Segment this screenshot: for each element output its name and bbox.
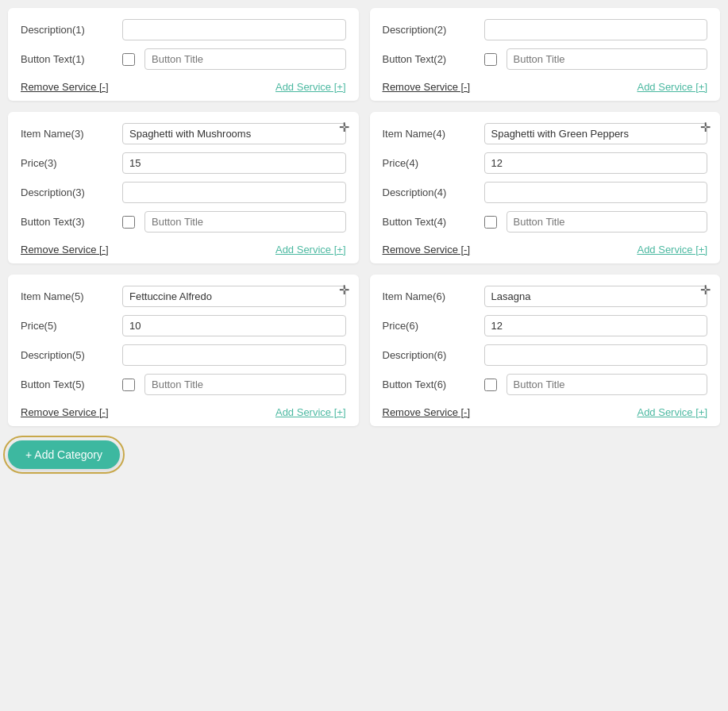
- item-name-input-4[interactable]: [484, 123, 708, 144]
- price-row-5: Price(5): [21, 315, 346, 336]
- drag-handle-4[interactable]: ✛: [700, 120, 711, 135]
- card-actions-3: Remove Service [-] Add Service [+]: [21, 240, 346, 256]
- item-name-row-6: Item Name(6): [383, 286, 708, 307]
- description-input-3[interactable]: [122, 182, 346, 203]
- button-text-row-4: Button Text(4): [383, 211, 708, 233]
- add-category-section: + Add Category: [8, 437, 720, 477]
- price-input-5[interactable]: [122, 315, 346, 336]
- description-label-5: Description(5): [21, 349, 116, 361]
- remove-service-button-2[interactable]: Remove Service [-]: [383, 81, 471, 93]
- price-label-5: Price(5): [21, 320, 116, 332]
- add-service-button-1[interactable]: Add Service [+]: [275, 81, 346, 93]
- button-title-input-2[interactable]: [507, 48, 708, 70]
- button-title-input-1[interactable]: [144, 48, 346, 70]
- button-text-label-5: Button Text(5): [21, 379, 116, 390]
- service-card-6: ✛ Item Name(6) Price(6) Description(6) B…: [370, 275, 721, 426]
- description-label-4: Description(4): [383, 186, 478, 198]
- top-cards-section: Description(1) Button Text(1) Remove Ser…: [8, 8, 720, 101]
- description-row-2: Description(2): [383, 19, 708, 40]
- card-actions-2: Remove Service [-] Add Service [+]: [383, 78, 708, 93]
- item-name-label-6: Item Name(6): [383, 290, 478, 302]
- item-name-input-5[interactable]: [122, 286, 346, 307]
- add-service-button-5[interactable]: Add Service [+]: [275, 406, 346, 418]
- remove-service-button-6[interactable]: Remove Service [-]: [383, 406, 471, 418]
- add-service-button-3[interactable]: Add Service [+]: [275, 244, 346, 256]
- service-card-3: ✛ Item Name(3) Price(3) Description(3) B…: [8, 112, 359, 263]
- button-text-label-1: Button Text(1): [21, 53, 116, 65]
- service-card-2: Description(2) Button Text(2) Remove Ser…: [370, 8, 721, 101]
- add-service-button-2[interactable]: Add Service [+]: [637, 81, 707, 93]
- bottom-cards-section: ✛ Item Name(5) Price(5) Description(5) B…: [8, 275, 720, 426]
- description-label-6: Description(6): [383, 349, 478, 361]
- button-text-row-6: Button Text(6): [383, 374, 708, 395]
- add-category-button[interactable]: + Add Category: [8, 440, 120, 469]
- price-label-6: Price(6): [383, 320, 478, 332]
- description-row-6: Description(6): [383, 344, 708, 366]
- add-service-button-6[interactable]: Add Service [+]: [637, 406, 707, 418]
- button-title-input-3[interactable]: [144, 211, 346, 233]
- description-label-1: Description(1): [21, 24, 116, 36]
- button-text-label-6: Button Text(6): [383, 379, 478, 390]
- remove-service-button-3[interactable]: Remove Service [-]: [21, 244, 109, 256]
- button-checkbox-5[interactable]: [122, 379, 135, 391]
- card-actions-4: Remove Service [-] Add Service [+]: [383, 240, 708, 256]
- price-input-4[interactable]: [484, 152, 708, 174]
- service-card-5: ✛ Item Name(5) Price(5) Description(5) B…: [8, 275, 359, 426]
- drag-handle-5[interactable]: ✛: [339, 282, 349, 298]
- service-card-4: ✛ Item Name(4) Price(4) Description(4) B…: [370, 112, 721, 263]
- service-card-1: Description(1) Button Text(1) Remove Ser…: [8, 8, 359, 101]
- button-text-row-2: Button Text(2): [383, 48, 708, 70]
- description-row-5: Description(5): [21, 344, 346, 366]
- item-name-input-6[interactable]: [484, 286, 708, 307]
- description-label-2: Description(2): [383, 24, 478, 36]
- button-text-row-1: Button Text(1): [21, 48, 346, 70]
- add-service-button-4[interactable]: Add Service [+]: [637, 244, 707, 256]
- description-input-1[interactable]: [122, 19, 346, 40]
- button-checkbox-4[interactable]: [484, 216, 497, 229]
- button-title-input-5[interactable]: [144, 374, 346, 395]
- item-name-label-4: Item Name(4): [383, 128, 478, 140]
- description-input-6[interactable]: [484, 344, 708, 366]
- description-input-4[interactable]: [484, 182, 708, 203]
- description-row-3: Description(3): [21, 182, 346, 203]
- card-actions-1: Remove Service [-] Add Service [+]: [21, 78, 346, 93]
- price-row-4: Price(4): [383, 152, 708, 174]
- remove-service-button-4[interactable]: Remove Service [-]: [383, 244, 471, 256]
- card-actions-5: Remove Service [-] Add Service [+]: [21, 403, 346, 418]
- button-text-label-3: Button Text(3): [21, 216, 116, 228]
- description-input-2[interactable]: [484, 19, 708, 40]
- item-name-input-3[interactable]: [122, 123, 346, 144]
- button-checkbox-6[interactable]: [484, 379, 497, 391]
- price-label-3: Price(3): [21, 157, 116, 169]
- button-text-label-4: Button Text(4): [383, 216, 478, 228]
- button-text-row-5: Button Text(5): [21, 374, 346, 395]
- button-title-input-4[interactable]: [507, 211, 708, 233]
- middle-cards-section: ✛ Item Name(3) Price(3) Description(3) B…: [8, 112, 720, 263]
- price-row-3: Price(3): [21, 152, 346, 174]
- item-name-row-4: Item Name(4): [383, 123, 708, 144]
- description-input-5[interactable]: [122, 344, 346, 366]
- item-name-label-5: Item Name(5): [21, 290, 116, 302]
- remove-service-button-1[interactable]: Remove Service [-]: [21, 81, 109, 93]
- card-actions-6: Remove Service [-] Add Service [+]: [383, 403, 708, 418]
- description-row-4: Description(4): [383, 182, 708, 203]
- item-name-label-3: Item Name(3): [21, 128, 116, 140]
- item-name-row-3: Item Name(3): [21, 123, 346, 144]
- button-text-row-3: Button Text(3): [21, 211, 346, 233]
- button-text-label-2: Button Text(2): [383, 53, 478, 65]
- price-input-3[interactable]: [122, 152, 346, 174]
- price-label-4: Price(4): [383, 157, 478, 169]
- button-title-input-6[interactable]: [507, 374, 708, 395]
- drag-handle-3[interactable]: ✛: [339, 120, 349, 135]
- price-input-6[interactable]: [484, 315, 708, 336]
- button-checkbox-1[interactable]: [122, 53, 135, 66]
- drag-handle-6[interactable]: ✛: [700, 282, 711, 298]
- description-label-3: Description(3): [21, 186, 116, 198]
- item-name-row-5: Item Name(5): [21, 286, 346, 307]
- button-checkbox-3[interactable]: [122, 216, 135, 229]
- button-checkbox-2[interactable]: [484, 53, 497, 66]
- remove-service-button-5[interactable]: Remove Service [-]: [21, 406, 109, 418]
- price-row-6: Price(6): [383, 315, 708, 336]
- description-row-1: Description(1): [21, 19, 346, 40]
